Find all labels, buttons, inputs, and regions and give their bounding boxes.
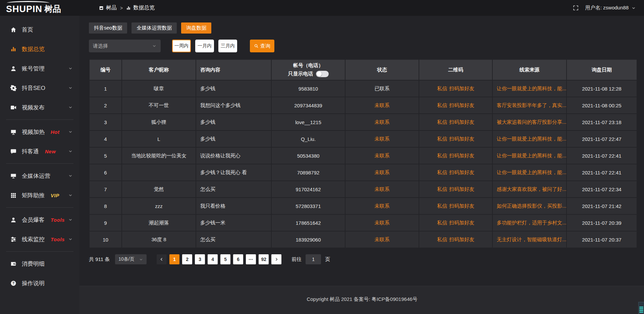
page-button-6[interactable]: 6 xyxy=(233,254,243,264)
cell-qrcode: 私信扫码加好友 xyxy=(419,181,492,198)
table-body: 1 啵章 多少钱 9583810 已联系 私信扫码加好友 让你一眼就爱上的黑科技… xyxy=(89,80,637,248)
breadcrumb-root[interactable]: 树品 xyxy=(106,4,117,11)
cell-source[interactable]: 让你一眼就爱上的黑科技，能... xyxy=(492,130,567,147)
sidebar-item-2[interactable]: 数据总览 xyxy=(0,39,79,59)
page-button-•••[interactable]: ••• xyxy=(246,254,256,264)
sidebar-item-4[interactable]: 抖音SEO xyxy=(0,78,79,98)
username-label: 用户名: zswodun88 xyxy=(585,5,629,10)
qr-link[interactable]: 私信 xyxy=(437,136,447,142)
chevron-down-icon xyxy=(68,149,73,154)
sidebar-item-10[interactable]: 会员爆客 Tools xyxy=(0,210,79,229)
sidebar-item-label: 会员爆客 xyxy=(22,216,45,224)
cell-source[interactable]: 如何正确选择投影仪，买投影... xyxy=(492,198,567,214)
qr-link[interactable]: 私信 xyxy=(437,169,447,175)
range-button-2[interactable]: 一月内 xyxy=(195,40,214,52)
qr-link[interactable]: 扫码加好友 xyxy=(449,169,474,175)
cell-source[interactable]: 让你一眼就爱上的黑科技，能... xyxy=(492,147,567,164)
page-button-1[interactable]: 1 xyxy=(169,254,179,264)
cell-qrcode: 私信扫码加好友 xyxy=(419,231,492,248)
qr-link[interactable]: 私信 xyxy=(437,186,447,192)
qr-link[interactable]: 扫码加好友 xyxy=(449,119,474,125)
qr-link[interactable]: 扫码加好友 xyxy=(449,102,474,108)
sidebar-item-11[interactable]: 线索监控 Tools xyxy=(0,229,79,249)
cell-date: 2021-11-07 22:41 xyxy=(567,164,637,181)
qr-link[interactable]: 扫码加好友 xyxy=(449,186,474,192)
phone-only-toggle[interactable] xyxy=(316,71,329,77)
qr-link[interactable]: 私信 xyxy=(437,203,447,209)
chevron-down-icon xyxy=(152,44,157,48)
footer: Copyright 树品 2021 备案号: 粤ICP备09019646号 xyxy=(79,286,644,314)
page-button-5[interactable]: 5 xyxy=(220,254,230,264)
qr-link[interactable]: 扫码加好友 xyxy=(449,220,474,225)
cell-status: 未联系 xyxy=(345,147,419,164)
next-page-button[interactable] xyxy=(271,254,281,264)
sidebar-item-5[interactable]: 视频发布 xyxy=(0,98,79,117)
range-button-1[interactable]: 一周内 xyxy=(172,40,191,52)
qr-link[interactable]: 私信 xyxy=(437,119,447,125)
cell-source[interactable]: 多功能护栏灯，适用于乡村文... xyxy=(492,214,567,231)
sidebar-item-13[interactable]: 操作说明 xyxy=(0,273,79,293)
sidebar-item-3[interactable]: 账号管理 xyxy=(0,59,79,78)
goto-page-input[interactable] xyxy=(306,254,321,264)
cell-source[interactable]: 客厅安装投影半年多了，真实... xyxy=(492,97,567,114)
module-icon xyxy=(99,6,104,10)
copyright-text: Copyright 树品 2021 备案号: 粤ICP备09019646号 xyxy=(307,296,417,302)
sidebar-item-label: 操作说明 xyxy=(22,279,45,287)
sidebar-item-9[interactable]: 矩阵助推 VIP xyxy=(0,186,79,205)
search-button[interactable]: 查询 xyxy=(250,40,274,52)
page-button-4[interactable]: 4 xyxy=(208,254,218,264)
sidebar-item-1[interactable]: 首页 xyxy=(0,20,79,39)
cell-account: love__1215 xyxy=(271,114,345,130)
sidebar-item-7[interactable]: 抖客通 New xyxy=(0,142,79,161)
sidebar-item-6[interactable]: 视频加热 Hot xyxy=(0,122,79,142)
cell-no: 10 xyxy=(89,231,122,248)
page-button-2[interactable]: 2 xyxy=(182,254,192,264)
qr-link[interactable]: 私信 xyxy=(437,102,447,108)
wallet-icon xyxy=(10,261,17,267)
cell-content: 多少钱一米 xyxy=(196,214,271,231)
prev-page-button[interactable] xyxy=(157,254,167,264)
fullscreen-icon[interactable] xyxy=(573,5,579,11)
tab-2[interactable]: 全媒体运营数据 xyxy=(131,22,177,34)
cell-source[interactable]: 被大家追着问的客厅投影分享... xyxy=(492,114,567,130)
cell-qrcode: 私信扫码加好友 xyxy=(419,147,492,164)
chevron-down-icon[interactable] xyxy=(631,6,636,10)
cell-source[interactable]: 感谢大家喜欢我家，被问了好... xyxy=(492,181,567,198)
qr-link[interactable]: 扫码加好友 xyxy=(449,136,474,142)
user-icon xyxy=(10,65,17,72)
breadcrumb-separator: > xyxy=(120,5,123,11)
qr-link[interactable]: 私信 xyxy=(437,86,447,91)
filter-select[interactable]: 请选择 xyxy=(89,40,161,52)
qr-link[interactable]: 私信 xyxy=(437,220,447,225)
cell-source[interactable]: 让你一眼就爱上的黑科技，能... xyxy=(492,164,567,181)
table-row: 6 多少钱？让我死心 看 70898792 未联系 私信扫码加好友 让你一眼就爱… xyxy=(89,164,637,181)
cell-source[interactable]: 让你一眼就爱上的黑科技，能... xyxy=(492,80,567,97)
qr-link[interactable]: 私信 xyxy=(437,237,447,242)
cell-account: 50534380 xyxy=(271,147,345,164)
page-button-3[interactable]: 3 xyxy=(195,254,205,264)
cell-content: 我想问这个多少钱 xyxy=(196,97,271,114)
range-button-3[interactable]: 三月内 xyxy=(218,40,237,52)
username-menu[interactable]: 用户名: zswodun88 xyxy=(585,5,629,11)
cell-account: 572803371 xyxy=(271,198,345,214)
qr-link[interactable]: 扫码加好友 xyxy=(449,153,474,158)
tab-1[interactable]: 抖音seo数据 xyxy=(89,22,127,34)
tab-3[interactable]: 询盘数据 xyxy=(181,22,211,34)
chat-icon xyxy=(10,148,17,155)
page-button-92[interactable]: 92 xyxy=(259,254,269,264)
sidebar-item-8[interactable]: 全媒体运营 xyxy=(0,166,79,186)
chevron-right-icon xyxy=(274,257,279,262)
qr-link[interactable]: 扫码加好友 xyxy=(449,86,474,91)
cell-status: 未联系 xyxy=(345,214,419,231)
cell-source[interactable]: 无主灯设计，智能磁吸轨道灯... xyxy=(492,231,567,248)
qr-link[interactable]: 扫码加好友 xyxy=(449,203,474,209)
page-size-select[interactable]: 10条/页 xyxy=(115,254,147,264)
qr-link[interactable]: 扫码加好友 xyxy=(449,237,474,242)
tab-bar: 抖音seo数据全媒体运营数据询盘数据 xyxy=(89,22,637,34)
cell-no: 1 xyxy=(89,80,122,97)
cell-status: 未联系 xyxy=(345,231,419,248)
sidebar-item-12[interactable]: 消费明细 xyxy=(0,254,79,273)
cell-account: 178651642 xyxy=(271,214,345,231)
equalizer-widget-icon[interactable] xyxy=(638,302,644,314)
qr-link[interactable]: 私信 xyxy=(437,153,447,158)
